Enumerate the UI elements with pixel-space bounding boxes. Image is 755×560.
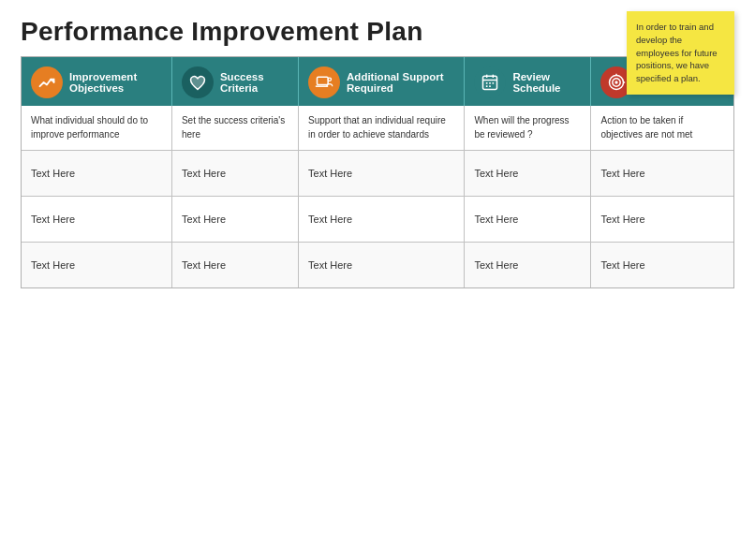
desc-cell-1: What individual should do to improve per… — [22, 106, 171, 151]
data-cell-2-3[interactable]: Text Here — [299, 197, 465, 243]
page: In order to train and develop the employ… — [0, 0, 755, 560]
desc-cell-2: Set the success criteria's here — [171, 106, 298, 151]
data-cell-3-5[interactable]: Text Here — [591, 243, 733, 288]
description-row: What individual should do to improve per… — [22, 106, 733, 151]
svg-rect-10 — [486, 85, 488, 87]
data-cell-2-2[interactable]: Text Here — [171, 197, 298, 243]
desc-cell-5: Action to be taken if objectives are not… — [591, 106, 733, 151]
laptop-person-icon — [308, 66, 340, 98]
data-cell-2-4[interactable]: Text Here — [465, 197, 591, 243]
desc-cell-4: When will the progress be reviewed ? — [465, 106, 591, 151]
data-cell-1-2[interactable]: Text Here — [171, 151, 298, 197]
chart-up-icon — [31, 66, 63, 98]
data-cell-1-4[interactable]: Text Here — [465, 151, 591, 197]
col-header-3: Additional Support Required — [299, 57, 465, 106]
table-row: Text HereText HereText HereText HereText… — [22, 197, 733, 243]
svg-rect-11 — [490, 85, 492, 87]
data-cell-3-4[interactable]: Text Here — [465, 243, 591, 288]
table-row: Text HereText HereText HereText HereText… — [22, 243, 733, 288]
data-cell-3-1[interactable]: Text Here — [22, 243, 171, 288]
data-cell-3-2[interactable]: Text Here — [171, 243, 298, 288]
sticky-note: In order to train and develop the employ… — [627, 11, 734, 95]
col-header-2: Success Criteria — [171, 57, 298, 106]
svg-point-2 — [328, 78, 331, 81]
data-cell-1-3[interactable]: Text Here — [299, 151, 465, 197]
col-header-4: Review Schedule — [465, 57, 591, 106]
data-cell-1-5[interactable]: Text Here — [591, 151, 733, 197]
svg-rect-8 — [490, 82, 492, 84]
data-cell-2-1[interactable]: Text Here — [22, 197, 171, 243]
svg-rect-9 — [493, 82, 495, 84]
sticky-note-text: In order to train and develop the employ… — [636, 22, 718, 83]
calendar-icon — [474, 66, 506, 98]
data-cell-3-3[interactable]: Text Here — [299, 243, 465, 288]
data-cell-2-5[interactable]: Text Here — [591, 197, 733, 243]
svg-rect-0 — [318, 77, 329, 84]
table-row: Text HereText HereText HereText HereText… — [22, 151, 733, 197]
heart-hand-icon — [182, 66, 214, 98]
col-header-1: Improvement Objectives — [22, 57, 171, 106]
svg-point-14 — [615, 81, 618, 83]
desc-cell-3: Support that an individual require in or… — [299, 106, 465, 151]
data-cell-1-1[interactable]: Text Here — [22, 151, 171, 197]
svg-rect-7 — [486, 82, 488, 84]
